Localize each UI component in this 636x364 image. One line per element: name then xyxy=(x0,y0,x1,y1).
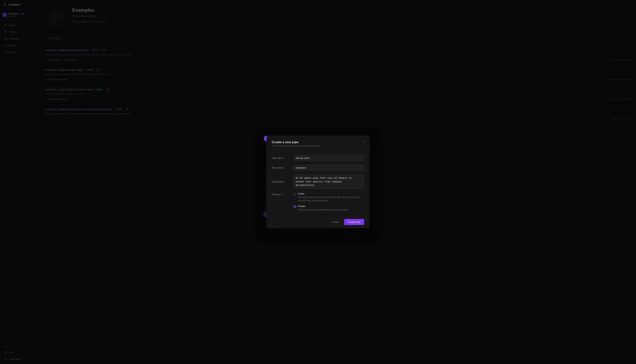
privacy-option-private[interactable]: Private Only you or your org members can… xyxy=(293,205,364,212)
pipe-owner-input[interactable] xyxy=(293,164,364,171)
private-title: Private xyxy=(298,205,349,208)
privacy-section: Privacy i Public Anyone on the internet … xyxy=(272,192,364,212)
radio-private[interactable] xyxy=(293,205,296,208)
privacy-options: Public Anyone on the internet can access… xyxy=(293,192,364,212)
public-title: Public xyxy=(298,192,364,195)
description-row: Description An AI agent pipe that uses A… xyxy=(272,174,364,189)
privacy-label: Privacy i xyxy=(272,192,290,212)
modal-footer: Cancel Create Pipe xyxy=(267,216,369,228)
pipe-owner-row: Pipe owner xyxy=(272,164,364,171)
create-pipe-modal: Create a new pipe PIPE: Prompt Instructi… xyxy=(266,136,370,228)
privacy-option-public[interactable]: Public Anyone on the internet can access… xyxy=(293,192,364,202)
radio-public[interactable] xyxy=(293,193,296,196)
create-pipe-button[interactable]: Create Pipe xyxy=(344,219,364,225)
modal-overlay: 1 2 Create a new pipe PIPE: Prompt Instr… xyxy=(0,0,636,364)
privacy-info-icon[interactable]: i xyxy=(280,194,283,196)
privacy-private-info: Private Only you or your org members can… xyxy=(298,205,349,212)
modal-close-button[interactable]: × xyxy=(362,140,364,144)
pipe-name-row: Pipe name xyxy=(272,155,364,161)
pipe-name-label: Pipe name xyxy=(272,157,290,160)
privacy-public-info: Public Anyone on the internet can access… xyxy=(298,192,364,202)
public-desc: Anyone on the internet can access this p… xyxy=(298,196,364,202)
modal-header: Create a new pipe PIPE: Prompt Instructi… xyxy=(267,136,369,150)
private-desc: Only you or your org members can access … xyxy=(298,208,349,212)
description-textarea[interactable]: An AI agent pipe that uses AI memory to … xyxy=(293,174,364,189)
pipe-owner-label: Pipe owner xyxy=(272,166,290,169)
privacy-row: Privacy i Public Anyone on the internet … xyxy=(272,192,364,212)
modal-title: Create a new pipe xyxy=(272,140,320,144)
cancel-button[interactable]: Cancel xyxy=(328,219,342,225)
pipe-name-input[interactable] xyxy=(293,155,364,161)
modal-subtitle: PIPE: Prompt Instructions Personalizatio… xyxy=(272,145,320,147)
modal-wrapper: 1 2 Create a new pipe PIPE: Prompt Instr… xyxy=(266,136,370,228)
modal-body: Pipe name Pipe owner Description An AI a… xyxy=(267,150,369,216)
description-label: Description xyxy=(272,180,290,183)
